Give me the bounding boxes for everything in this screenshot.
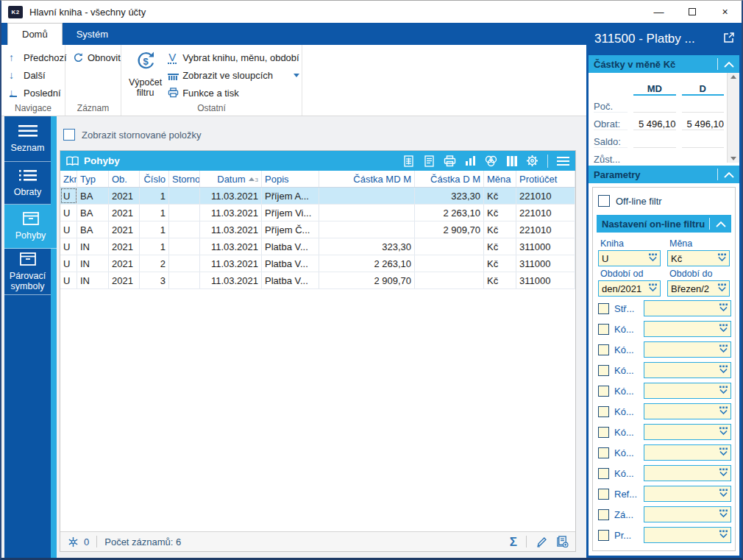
combo-dropdown-icon[interactable] xyxy=(719,406,728,417)
table-cell[interactable]: Kč xyxy=(484,272,516,288)
sidebar-item-pohyby[interactable]: Pohyby xyxy=(4,205,57,249)
table-cell[interactable]: U xyxy=(60,188,77,204)
sidebar-item-seznam[interactable]: Seznam xyxy=(4,116,51,162)
table-cell[interactable]: 221010 xyxy=(516,205,575,221)
amounts-section-header[interactable]: Částky v měně Kč xyxy=(589,55,739,73)
filter-checkbox[interactable] xyxy=(598,344,609,355)
column-header[interactable]: Storno xyxy=(169,171,200,187)
filter-combobox[interactable] xyxy=(644,321,731,337)
select-book-currency-period-button[interactable]: V Vybrat knihu, měnu, období xyxy=(168,49,299,66)
filter-checkbox[interactable] xyxy=(598,489,609,500)
chart-icon[interactable] xyxy=(464,155,477,168)
table-row[interactable]: UIN2021211.03.2021Platba V...2 263,10Kč3… xyxy=(60,255,575,272)
table-cell[interactable] xyxy=(319,188,415,204)
table-cell[interactable]: U xyxy=(60,205,77,221)
column-header[interactable]: Typ xyxy=(77,171,109,187)
table-row[interactable]: UIN2021311.03.2021Platba V...2 909,70Kč3… xyxy=(60,272,575,289)
print-icon[interactable] xyxy=(444,155,456,168)
obdobi-od-combobox[interactable]: den/2021 xyxy=(598,280,661,297)
table-cell[interactable]: 1 xyxy=(140,221,169,238)
filter-checkbox[interactable] xyxy=(598,365,609,376)
table-cell[interactable]: U xyxy=(60,255,77,272)
filter-checkbox[interactable] xyxy=(598,406,609,417)
table-cell[interactable]: 2021 xyxy=(109,188,140,204)
table-cell[interactable]: 323,30 xyxy=(319,238,415,255)
combo-dropdown-icon[interactable] xyxy=(719,344,728,355)
combo-dropdown-icon[interactable] xyxy=(719,468,728,479)
combo-dropdown-icon[interactable] xyxy=(719,447,728,458)
table-cell[interactable] xyxy=(169,188,200,204)
filter-checkbox[interactable] xyxy=(598,447,609,458)
table-cell[interactable]: 1 xyxy=(140,188,169,204)
table-cell[interactable] xyxy=(319,205,415,221)
next-button[interactable]: ↓ Další xyxy=(9,66,67,84)
filter-checkbox[interactable] xyxy=(598,386,609,397)
table-cell[interactable]: BA xyxy=(77,205,109,221)
filter-checkbox[interactable] xyxy=(598,468,609,479)
table-cell[interactable]: 323,30 xyxy=(415,188,484,204)
functions-print-button[interactable]: Funkce a tisk xyxy=(168,84,299,102)
last-button[interactable]: ↓ Poslední xyxy=(9,84,67,102)
export-grid-document-icon[interactable] xyxy=(402,155,415,168)
table-cell[interactable]: 2021 xyxy=(109,238,140,255)
table-cell[interactable]: Platba V... xyxy=(262,272,319,288)
column-header[interactable]: Měna xyxy=(484,171,516,187)
table-cell[interactable]: 311000 xyxy=(516,272,575,288)
open-external-icon[interactable] xyxy=(723,32,735,47)
column-header[interactable]: Číslo xyxy=(140,171,169,187)
column-header[interactable]: Zkra xyxy=(60,171,77,187)
amounts-scrollbar[interactable] xyxy=(727,73,739,163)
collapse-chevron-icon[interactable] xyxy=(709,218,726,230)
scroll-down-icon[interactable] xyxy=(730,157,736,160)
edit-pencil-icon[interactable] xyxy=(536,535,548,548)
table-cell[interactable]: 11.03.2021 xyxy=(200,205,262,221)
combo-dropdown-icon[interactable] xyxy=(719,324,728,335)
table-cell[interactable] xyxy=(415,238,484,255)
filter-combobox[interactable] xyxy=(644,383,731,399)
export-text-document-icon[interactable] xyxy=(423,155,436,168)
obdobi-do-combobox[interactable]: Březen/2 xyxy=(667,280,730,297)
table-cell[interactable]: 2 xyxy=(140,255,169,272)
column-header[interactable]: Ob. xyxy=(109,171,140,187)
combo-dropdown-icon[interactable] xyxy=(719,509,728,520)
filter-combobox[interactable] xyxy=(644,486,731,502)
filter-combobox[interactable] xyxy=(644,506,731,522)
combo-dropdown-icon[interactable] xyxy=(648,253,658,264)
combo-dropdown-icon[interactable] xyxy=(719,530,728,541)
show-in-columns-button[interactable]: Zobrazit ve sloupcích xyxy=(168,66,299,84)
table-cell[interactable]: 11.03.2021 xyxy=(200,221,262,238)
table-row[interactable]: UIN2021111.03.2021Platba V...323,30Kč311… xyxy=(60,238,575,255)
kniha-combobox[interactable]: U xyxy=(598,250,661,266)
table-cell[interactable]: Příjem Vi... xyxy=(262,205,319,221)
chevron-down-icon[interactable] xyxy=(294,74,299,77)
sidebar-item-obraty[interactable]: Obraty xyxy=(4,162,51,205)
table-cell[interactable]: 3 xyxy=(140,272,169,288)
combo-dropdown-icon[interactable] xyxy=(717,253,727,264)
compute-filter-button[interactable]: $ Výpočetfiltru xyxy=(129,49,162,102)
combo-dropdown-icon[interactable] xyxy=(719,365,728,376)
table-cell[interactable]: 2 909,70 xyxy=(319,272,415,288)
column-header[interactable]: Částka MD M xyxy=(319,171,415,187)
table-cell[interactable]: 11.03.2021 xyxy=(200,272,262,288)
combo-dropdown-icon[interactable] xyxy=(717,283,727,294)
table-cell[interactable] xyxy=(169,238,200,255)
tab-system[interactable]: Systém xyxy=(63,23,122,45)
table-cell[interactable]: 2021 xyxy=(109,255,140,272)
table-cell[interactable]: Kč xyxy=(484,205,516,221)
table-cell[interactable]: Příjem Č... xyxy=(262,221,319,238)
filter-combobox[interactable] xyxy=(644,424,731,440)
table-cell[interactable]: 2 909,70 xyxy=(415,221,484,238)
table-row[interactable]: UBA2021111.03.2021Příjem Č...2 909,70Kč2… xyxy=(60,221,575,238)
table-cell[interactable]: 221010 xyxy=(516,221,575,238)
combo-dropdown-icon[interactable] xyxy=(719,303,728,314)
filter-checkbox[interactable] xyxy=(598,324,609,335)
table-cell[interactable]: 1 xyxy=(140,238,169,255)
table-cell[interactable]: U xyxy=(60,221,77,238)
sum-icon[interactable]: Σ xyxy=(510,536,517,548)
table-cell[interactable]: 311000 xyxy=(516,238,575,255)
table-cell[interactable]: IN xyxy=(77,255,109,272)
previous-button[interactable]: ↑ Předchozí xyxy=(9,49,67,66)
combo-dropdown-icon[interactable] xyxy=(719,489,728,500)
table-cell[interactable]: Příjem A... xyxy=(262,188,319,204)
table-row[interactable]: UBA2021111.03.2021Příjem Vi...2 263,10Kč… xyxy=(60,205,575,221)
